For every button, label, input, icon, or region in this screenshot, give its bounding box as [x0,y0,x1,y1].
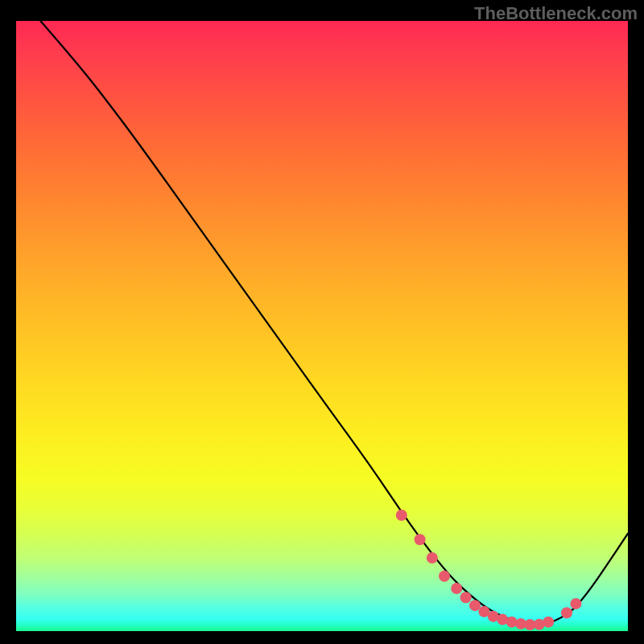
marker-point [469,600,481,611]
chart-container: TheBottleneck.com [0,0,644,644]
highlighted-points [396,510,582,630]
marker-point [396,510,407,521]
plot-area [16,21,628,631]
marker-point [415,534,426,545]
marker-point [561,607,572,618]
curve-svg [16,21,628,631]
bottleneck-curve [40,21,628,624]
marker-point [439,571,450,582]
marker-point [543,617,554,628]
marker-point [460,592,472,603]
marker-point [451,583,462,594]
attribution-text: TheBottleneck.com [474,3,638,24]
marker-point [570,598,581,609]
marker-point [427,552,438,564]
